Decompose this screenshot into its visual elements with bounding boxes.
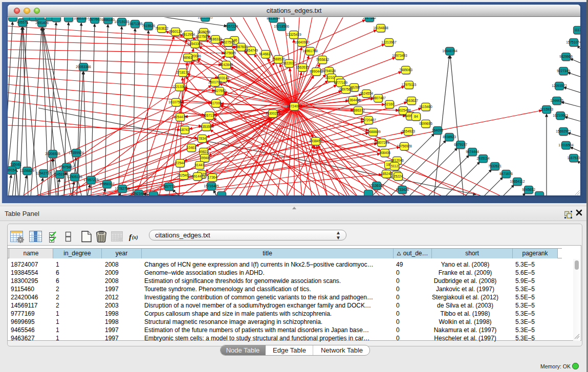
svg-text:5112: 5112 [391, 164, 399, 168]
svg-text:8471676: 8471676 [499, 172, 513, 176]
svg-text:6879197: 6879197 [454, 143, 467, 146]
svg-text:12213967: 12213967 [381, 40, 397, 44]
svg-text:12942737: 12942737 [36, 171, 51, 175]
svg-text:1527602: 1527602 [88, 17, 101, 21]
svg-text:15914479: 15914479 [190, 174, 205, 178]
svg-text:8186323: 8186323 [209, 37, 222, 41]
svg-text:7663822: 7663822 [155, 27, 168, 30]
svg-text:16033809: 16033809 [198, 17, 213, 19]
svg-text:98961: 98961 [183, 56, 193, 59]
svg-text:17359924: 17359924 [69, 151, 84, 155]
svg-text:15720407: 15720407 [361, 118, 376, 122]
svg-text:17957225: 17957225 [83, 178, 99, 182]
svg-text:0699695: 0699695 [419, 122, 432, 125]
svg-text:1145194: 1145194 [53, 172, 67, 176]
svg-text:62160: 62160 [385, 102, 395, 106]
svg-text:15716485: 15716485 [204, 184, 219, 188]
svg-text:16543362: 16543362 [187, 42, 203, 46]
svg-text:91447: 91447 [195, 163, 205, 167]
svg-text:10958107: 10958107 [99, 182, 115, 186]
svg-text:1254479: 1254479 [173, 115, 187, 119]
svg-text:8938923: 8938923 [443, 135, 456, 139]
svg-text:6794028: 6794028 [322, 69, 336, 73]
svg-text:10688609: 10688609 [365, 130, 381, 134]
svg-text:3624554: 3624554 [360, 92, 373, 95]
svg-text:12975115: 12975115 [402, 83, 417, 86]
svg-text:12213369: 12213369 [172, 85, 187, 89]
svg-text:7515526: 7515526 [142, 24, 155, 28]
svg-text:7357224: 7357224 [225, 25, 238, 28]
svg-text:13325419: 13325419 [286, 33, 301, 36]
svg-text:09948: 09948 [200, 156, 210, 160]
svg-text:16107552: 16107552 [168, 100, 184, 104]
svg-text:2718176: 2718176 [176, 71, 189, 74]
svg-text:17364: 17364 [208, 176, 217, 179]
svg-text:9657771: 9657771 [162, 185, 176, 188]
svg-text:29975867: 29975867 [59, 165, 74, 169]
svg-text:25224: 25224 [394, 174, 403, 178]
svg-text:9654923: 9654923 [402, 129, 415, 133]
svg-text:12093572: 12093572 [552, 84, 567, 87]
svg-text:15136141: 15136141 [369, 184, 384, 187]
svg-text:9115460: 9115460 [419, 105, 432, 108]
svg-text:15751074: 15751074 [566, 40, 580, 44]
svg-text:72544: 72544 [176, 161, 185, 165]
svg-text:10461: 10461 [187, 146, 197, 149]
svg-text:9146821: 9146821 [259, 52, 272, 56]
svg-text:16961758: 16961758 [302, 49, 318, 53]
svg-text:9227349: 9227349 [557, 69, 570, 73]
svg-text:185245: 185245 [381, 172, 392, 176]
svg-text:10807487: 10807487 [371, 96, 386, 100]
svg-text:335061: 335061 [10, 163, 21, 166]
svg-text:20206535: 20206535 [45, 152, 60, 156]
svg-text:417006: 417006 [210, 101, 222, 105]
svg-text:1244415: 1244415 [550, 99, 563, 102]
svg-text:7625402: 7625402 [177, 173, 190, 177]
svg-text:11156829: 11156829 [20, 169, 35, 172]
svg-text:1167533: 1167533 [567, 156, 580, 160]
svg-text:8990448: 8990448 [310, 70, 323, 73]
svg-text:19218506: 19218506 [274, 25, 289, 28]
svg-text:8912954: 8912954 [182, 33, 195, 36]
svg-text:9245652: 9245652 [522, 188, 535, 191]
svg-text:7386372: 7386372 [352, 108, 365, 112]
svg-text:1733426: 1733426 [396, 188, 409, 191]
svg-text:7632621: 7632621 [488, 164, 502, 168]
svg-text:15300275: 15300275 [265, 112, 280, 115]
svg-text:17016504: 17016504 [558, 143, 574, 147]
svg-text:12505135: 12505135 [67, 175, 82, 179]
svg-text:9327503: 9327503 [195, 35, 209, 38]
svg-text:1117: 1117 [574, 28, 580, 32]
svg-text:7834: 7834 [199, 137, 206, 140]
svg-text:8960124: 8960124 [169, 30, 182, 33]
svg-text:9463627: 9463627 [405, 99, 418, 102]
svg-text:84: 84 [414, 115, 418, 118]
svg-text:39154: 39154 [8, 168, 16, 172]
svg-text:8427552: 8427552 [213, 89, 226, 93]
svg-text:10025438: 10025438 [396, 108, 411, 112]
svg-text:16640910: 16640910 [294, 40, 310, 44]
svg-text:(x): (x) [132, 234, 138, 240]
svg-text:19756928: 19756928 [397, 144, 412, 148]
svg-text:9329966: 9329966 [559, 55, 573, 58]
svg-text:7485063: 7485063 [399, 68, 412, 72]
svg-text:10653267: 10653267 [74, 17, 89, 20]
svg-text:9327505: 9327505 [222, 40, 235, 44]
svg-text:908406: 908406 [379, 151, 390, 155]
svg-text:6897568: 6897568 [339, 87, 353, 91]
svg-text:49822: 49822 [199, 150, 209, 154]
svg-text:3822037: 3822037 [282, 61, 296, 65]
svg-text:16210643: 16210643 [553, 114, 568, 117]
svg-text:18807249: 18807249 [374, 141, 389, 144]
svg-text:8813054: 8813054 [267, 17, 280, 20]
svg-text:7955812: 7955812 [316, 58, 329, 61]
svg-text:21364436: 21364436 [345, 98, 361, 102]
svg-text:16154838: 16154838 [373, 26, 388, 30]
svg-text:2501700: 2501700 [208, 80, 222, 84]
svg-text:11353594: 11353594 [199, 125, 214, 128]
svg-text:16671355: 16671355 [127, 22, 143, 26]
svg-text:15692971: 15692971 [556, 129, 571, 133]
svg-text:20053346: 20053346 [76, 65, 91, 69]
svg-text:2935114: 2935114 [476, 157, 490, 160]
svg-text:18743: 18743 [180, 128, 190, 132]
